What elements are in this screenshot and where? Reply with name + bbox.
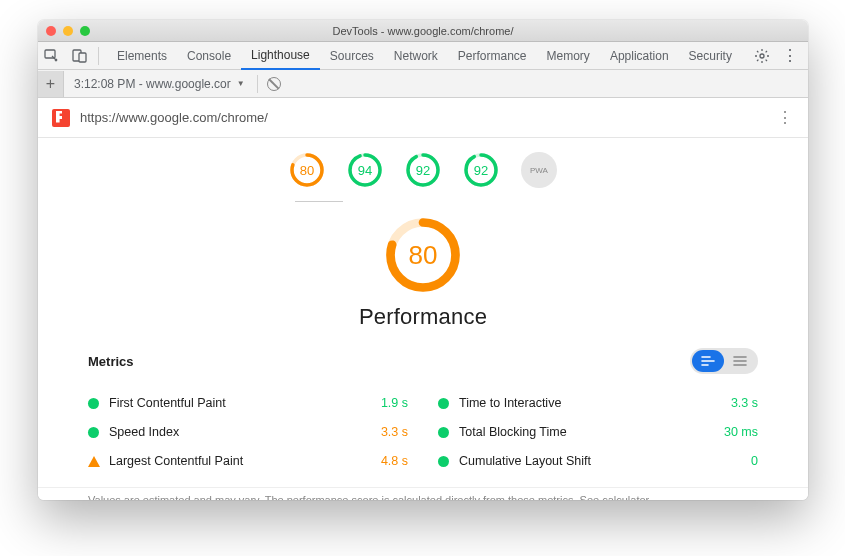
metrics-view-toggle[interactable] [690,348,758,374]
settings-icon[interactable] [748,43,776,69]
calculator-link[interactable]: See calculator. [580,494,652,500]
calc-link[interactable]: performance score is calculated [287,494,442,500]
gauge-accessibility[interactable]: 94 [347,152,383,194]
lighthouse-report: 80 94 92 92 PWA 80 Performance [38,138,808,500]
category-gauges: 80 94 92 92 PWA [38,138,808,202]
lighthouse-icon [52,109,70,127]
tab-network[interactable]: Network [384,42,448,69]
status-pass-icon [438,398,449,409]
report-tab[interactable]: 3:12:08 PM - www.google.cor ▼ [70,77,253,91]
metric-value: 4.8 s [381,454,408,468]
tab-console[interactable]: Console [177,42,241,69]
new-report-button[interactable]: + [38,71,64,97]
close-icon[interactable] [46,26,56,36]
status-pass-icon [88,398,99,409]
gauge-seo[interactable]: 92 [463,152,499,194]
report-tab-label: 3:12:08 PM - www.google.cor [74,77,231,91]
metric-row: Time to Interactive3.3 s [438,388,758,417]
device-toggle-icon[interactable] [66,43,94,69]
window-title: DevTools - www.google.com/chrome/ [38,25,808,37]
url-bar: https://www.google.com/chrome/ ⋮ [38,98,808,138]
metric-name: Time to Interactive [459,396,561,410]
status-pass-icon [438,456,449,467]
tab-security[interactable]: Security [679,42,742,69]
metric-value: 3.3 s [731,396,758,410]
chevron-down-icon: ▼ [237,79,245,88]
clear-icon[interactable] [262,77,286,91]
metric-value: 0 [751,454,758,468]
titlebar: DevTools - www.google.com/chrome/ [38,20,808,42]
divider [257,75,258,93]
status-pass-icon [88,427,99,438]
gauge-best-practices[interactable]: 92 [405,152,441,194]
tab-lighthouse[interactable]: Lighthouse [241,43,320,70]
tab-sources[interactable]: Sources [320,42,384,69]
minimize-icon[interactable] [63,26,73,36]
status-pass-icon [438,427,449,438]
metric-row: Speed Index3.3 s [88,417,408,446]
svg-point-3 [760,54,764,58]
metric-row: Total Blocking Time30 ms [438,417,758,446]
main-gauge: 80 Performance [38,202,808,330]
metric-value: 30 ms [724,425,758,439]
audited-url: https://www.google.com/chrome/ [80,110,268,125]
devtools-window: DevTools - www.google.com/chrome/ Elemen… [38,20,808,500]
metrics-footnote: Values are estimated and may vary. The p… [38,487,808,500]
gauge-pwa[interactable]: PWA [521,152,557,194]
gauge-score: 80 [289,152,325,188]
metric-row: Largest Contentful Paint4.8 s [88,446,408,475]
report-menu-icon[interactable]: ⋮ [777,108,794,127]
gauge-score: 94 [347,152,383,188]
devtools-tabbar: Elements Console Lighthouse Sources Netw… [38,42,808,70]
tab-elements[interactable]: Elements [107,42,177,69]
metric-name: Total Blocking Time [459,425,567,439]
active-gauge-underline [295,201,343,202]
tab-application[interactable]: Application [600,42,679,69]
view-compact-icon[interactable] [724,350,756,372]
metric-row: First Contentful Paint1.9 s [88,388,408,417]
main-gauge-score: 80 [384,216,462,294]
svg-rect-2 [79,53,86,62]
gauge-performance[interactable]: 80 [289,152,325,194]
tab-performance[interactable]: Performance [448,42,537,69]
gauge-score: 92 [463,152,499,188]
divider [98,47,99,65]
more-icon[interactable]: ⋮ [776,43,804,69]
metric-name: Speed Index [109,425,179,439]
metric-row: Cumulative Layout Shift0 [438,446,758,475]
metric-name: Cumulative Layout Shift [459,454,591,468]
metrics-section: Metrics First Contentful Paint1.9 s Spee… [38,330,808,481]
traffic-lights [46,26,90,36]
category-title: Performance [359,304,487,330]
maximize-icon[interactable] [80,26,90,36]
inspect-icon[interactable] [38,43,66,69]
status-warn-icon [88,456,100,467]
view-expanded-icon[interactable] [692,350,724,372]
lighthouse-toolbar: + 3:12:08 PM - www.google.cor ▼ [38,70,808,98]
tab-memory[interactable]: Memory [537,42,600,69]
pwa-icon: PWA [521,152,557,188]
metric-name: First Contentful Paint [109,396,226,410]
metric-value: 1.9 s [381,396,408,410]
metrics-heading: Metrics [88,354,134,369]
metric-name: Largest Contentful Paint [109,454,243,468]
gauge-score: 92 [405,152,441,188]
panel-tabs: Elements Console Lighthouse Sources Netw… [107,42,742,69]
metric-value: 3.3 s [381,425,408,439]
